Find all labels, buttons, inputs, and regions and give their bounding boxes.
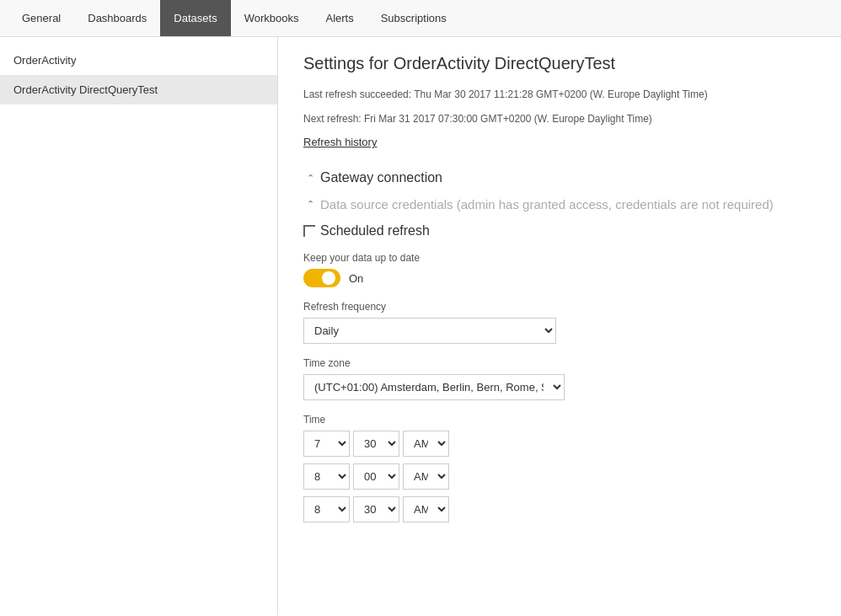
gateway-chevron-icon: ⌃ xyxy=(303,171,317,185)
time-row-1: 7 8 9 00 15 30 45 AM PM xyxy=(303,431,816,457)
time-group: Time 7 8 9 00 15 30 45 AM xyxy=(303,414,816,522)
scheduled-refresh-title: Scheduled refresh xyxy=(320,223,430,238)
toggle-switch[interactable] xyxy=(303,269,340,287)
main-layout: OrderActivity OrderActivity DirectQueryT… xyxy=(0,37,841,615)
sidebar: OrderActivity OrderActivity DirectQueryT… xyxy=(0,37,278,615)
toggle-on-label: On xyxy=(349,272,363,285)
refresh-frequency-label: Refresh frequency xyxy=(303,301,816,313)
time-row-1-ampm-select[interactable]: AM PM xyxy=(403,431,449,457)
scheduled-refresh-section: Scheduled refresh Keep your data up to d… xyxy=(303,223,816,522)
time-row-3: 7 8 9 00 15 30 45 AM PM xyxy=(303,496,816,522)
tab-general[interactable]: General xyxy=(8,0,74,36)
keep-data-label: Keep your data up to date xyxy=(303,252,816,264)
refresh-history-link[interactable]: Refresh history xyxy=(303,136,377,148)
sidebar-item-orderactivity-dqtest[interactable]: OrderActivity DirectQueryTest xyxy=(0,75,277,104)
refresh-frequency-group: Refresh frequency Daily Weekly xyxy=(303,301,816,344)
timezone-group: Time zone (UTC+01:00) Amsterdam, Berlin,… xyxy=(303,357,816,400)
refresh-frequency-select[interactable]: Daily Weekly xyxy=(303,318,556,344)
time-row-2-ampm-select[interactable]: AM PM xyxy=(403,463,449,490)
time-label: Time xyxy=(303,414,816,426)
scheduled-refresh-icon xyxy=(303,225,315,237)
tab-subscriptions[interactable]: Subscriptions xyxy=(367,0,460,36)
time-row-3-hour-select[interactable]: 7 8 9 xyxy=(303,496,350,522)
timezone-select[interactable]: (UTC+01:00) Amsterdam, Berlin, Bern, Rom… xyxy=(303,374,565,400)
content-area: Settings for OrderActivity DirectQueryTe… xyxy=(278,37,841,615)
time-row-2-hour-select[interactable]: 7 8 9 xyxy=(303,463,350,490)
sidebar-item-orderactivity[interactable]: OrderActivity xyxy=(0,46,277,75)
time-row-2-minute-select[interactable]: 00 15 30 45 xyxy=(353,463,399,490)
datasource-chevron-icon: ⌃ xyxy=(303,198,317,212)
time-row-3-minute-select[interactable]: 00 15 30 45 xyxy=(353,496,399,522)
time-row-3-ampm-select[interactable]: AM PM xyxy=(403,496,449,522)
tab-alerts[interactable]: Alerts xyxy=(312,0,367,36)
last-refresh-info: Last refresh succeeded: Thu Mar 30 2017 … xyxy=(303,87,816,103)
timezone-label: Time zone xyxy=(303,357,816,369)
tab-datasets[interactable]: Datasets xyxy=(160,0,230,36)
gateway-section-title: Gateway connection xyxy=(320,170,442,185)
tab-dashboards[interactable]: Dashboards xyxy=(74,0,160,36)
time-row-1-minute-select[interactable]: 00 15 30 45 xyxy=(353,431,399,457)
gateway-section-header: ⌃ Gateway connection xyxy=(303,170,816,185)
next-refresh-info: Next refresh: Fri Mar 31 2017 07:30:00 G… xyxy=(303,111,816,127)
page-title: Settings for OrderActivity DirectQueryTe… xyxy=(303,54,816,73)
top-nav: General Dashboards Datasets Workbooks Al… xyxy=(0,0,841,37)
datasource-section-title: Data source credentials (admin has grant… xyxy=(320,197,774,212)
keep-data-group: Keep your data up to date On xyxy=(303,252,816,287)
time-row-2: 7 8 9 00 15 30 45 AM PM xyxy=(303,463,816,490)
time-row-1-hour-select[interactable]: 7 8 9 xyxy=(303,431,350,457)
scheduled-refresh-header: Scheduled refresh xyxy=(303,223,816,238)
tab-workbooks[interactable]: Workbooks xyxy=(231,0,313,36)
datasource-section-header: ⌃ Data source credentials (admin has gra… xyxy=(303,197,816,212)
toggle-row: On xyxy=(303,269,816,287)
